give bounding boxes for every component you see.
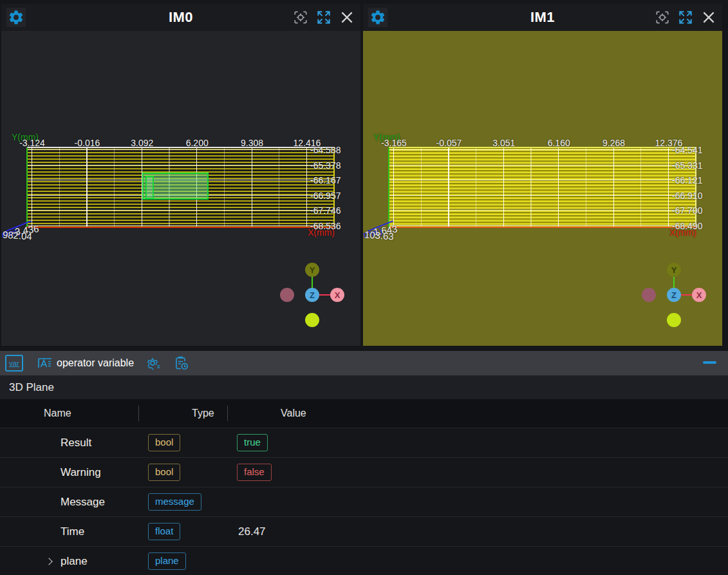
x-axis-tick-label: 6.200 [186, 138, 209, 148]
variable-row[interactable]: Resultbooltrue [0, 428, 728, 457]
rename-variable-icon[interactable] [37, 356, 53, 370]
roi-handle[interactable] [145, 176, 154, 199]
orientation-gizmo[interactable]: Y Z X [635, 256, 713, 334]
collapse-panel-button[interactable] [703, 361, 716, 364]
variable-toolbar: var operator variable [0, 351, 728, 375]
section-title: 3D Plane [0, 375, 728, 399]
fit-view-icon[interactable] [291, 8, 310, 27]
origin-tick-label: 982.04 [2, 229, 32, 241]
viewer-area: IM0 [0, 0, 728, 346]
gizmo-z-ball[interactable]: Z [667, 288, 681, 302]
origin-tick-label: 103.63 [364, 229, 394, 241]
viewer-im0: IM0 [1, 4, 360, 346]
variable-panel: var operator variable 3D Plane Name [0, 351, 728, 575]
origin-axis-labels: mm)-3.436982.04 [1, 219, 72, 249]
toolbar-title: operator variable [57, 357, 134, 369]
x-axis-tick-label: -0.057 [436, 138, 462, 148]
variable-row[interactable]: Warningboolfalse [0, 457, 728, 487]
gizmo-x-ball[interactable]: X [692, 288, 706, 302]
y-axis-tick-label: -64.541 [672, 145, 702, 155]
history-clipboard-icon[interactable] [174, 355, 189, 371]
y-axis-tick-label: -65.331 [672, 160, 702, 171]
x-axis-tick-label: -0.016 [75, 138, 100, 148]
type-badge: bool [148, 464, 180, 480]
gizmo-neg-y-ball[interactable] [667, 313, 681, 327]
table-header: Name Type Value [0, 399, 728, 428]
x-axis-tick-label: 3.051 [492, 138, 515, 148]
variable-name: plane [61, 555, 88, 568]
origin-axis-labels: mm)1.643103.63 [363, 219, 434, 249]
viewer-im1-header: IM1 [363, 4, 722, 31]
variable-name: Result [61, 437, 91, 449]
x-axis-tick-label: 3.092 [131, 138, 153, 148]
variable-row[interactable]: Timefloat26.47 [0, 516, 728, 546]
gizmo-neg-x-ball[interactable] [642, 288, 656, 302]
y-axis-tick-label: -68.490 [672, 221, 702, 231]
y-axis-tick-label: -65.378 [310, 160, 341, 171]
variable-rows: ResultbooltrueWarningboolfalseMessagemes… [0, 428, 728, 575]
variable-row[interactable]: Messagemessage [0, 487, 728, 516]
close-icon[interactable] [699, 8, 718, 27]
column-header-value: Value [281, 408, 306, 419]
column-header-name: Name [0, 408, 148, 419]
fit-view-icon[interactable] [653, 8, 672, 27]
x-axis-tick-label: 9.268 [602, 138, 625, 148]
type-badge: float [148, 523, 180, 540]
close-icon[interactable] [337, 8, 357, 27]
x-axis-tick-label: -3.165 [381, 138, 407, 148]
variable-name: Time [61, 525, 84, 538]
y-axis-tick-label: -68.536 [310, 221, 341, 231]
viewer-im1: IM1 [363, 4, 722, 346]
y-axis-tick-label: -66.910 [672, 191, 702, 201]
gizmo-y-ball[interactable]: Y [305, 263, 319, 277]
var-icon[interactable]: var [5, 355, 23, 372]
variable-name: Warning [61, 466, 101, 479]
type-badge: plane [148, 552, 186, 569]
variable-row[interactable]: planeplane [0, 546, 728, 575]
gizmo-neg-y-ball[interactable] [305, 313, 319, 327]
column-header-type: Type [192, 408, 281, 419]
y-axis-tick-label: -64.588 [310, 145, 341, 155]
orientation-gizmo[interactable]: Y Z X [274, 256, 351, 334]
column-divider [227, 406, 228, 421]
maximize-icon[interactable] [314, 8, 333, 27]
x-axis-tick-label: -3.124 [19, 138, 45, 148]
y-axis-tick-label: -67.700 [672, 205, 702, 216]
point-cloud-viewport[interactable]: Y(mm) X(mm) mm)1.643103.63 Y Z X -3.165-… [363, 31, 722, 346]
type-badge: bool [148, 434, 180, 451]
maximize-icon[interactable] [676, 8, 695, 27]
chevron-right-icon[interactable] [46, 559, 61, 564]
x-axis-tick-label: 6.160 [548, 138, 570, 148]
point-cloud-scan [389, 148, 696, 227]
y-axis-tick-label: -66.121 [672, 175, 702, 185]
column-divider [138, 406, 139, 421]
gizmo-x-ball[interactable]: X [330, 288, 344, 302]
y-axis-tick-label: -66.167 [310, 175, 341, 185]
variable-settings-icon[interactable] [145, 355, 161, 371]
variable-value: 26.47 [237, 525, 266, 538]
point-cloud-viewport[interactable]: Y(mm) X(mm) mm)-3.436982.04 Y Z X -3.124… [1, 31, 360, 346]
gizmo-z-ball[interactable]: Z [305, 288, 319, 302]
variable-name: Message [61, 496, 105, 509]
viewer-im0-header: IM0 [1, 4, 360, 31]
y-axis-line [26, 147, 28, 227]
y-axis-tick-label: -67.746 [310, 205, 341, 216]
value-badge: false [237, 464, 272, 480]
x-axis-tick-label: 9.308 [241, 138, 263, 148]
gizmo-neg-x-ball[interactable] [280, 288, 294, 302]
y-axis-tick-label: -66.957 [310, 191, 341, 201]
value-badge: true [237, 434, 268, 451]
roi-rectangle[interactable] [142, 173, 209, 200]
gizmo-y-ball[interactable]: Y [667, 263, 681, 277]
y-axis-line [388, 147, 389, 227]
type-badge: message [148, 493, 201, 510]
